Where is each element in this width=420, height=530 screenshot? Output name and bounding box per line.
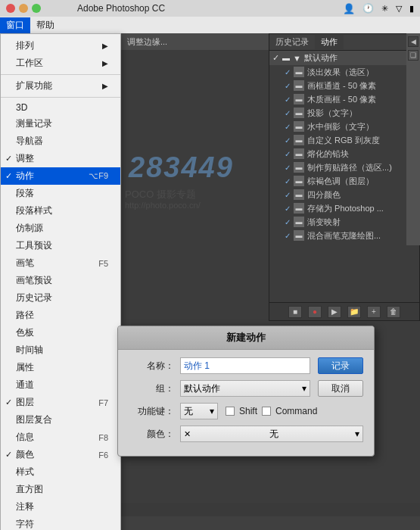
minimize-button[interactable]: [19, 4, 28, 13]
dropdown-item-注释[interactable]: 注释: [1, 498, 120, 516]
action-list-item[interactable]: ✓▬渐变映射: [269, 215, 419, 229]
action-icon: ▬: [294, 108, 304, 118]
action-list-item[interactable]: ✓▬木质画框 - 50 像素: [269, 92, 419, 106]
dropdown-item-仿制源[interactable]: 仿制源: [1, 220, 120, 237]
sidebar-btn-1[interactable]: ◀: [408, 36, 418, 47]
check-icon: ✓: [272, 53, 279, 63]
dropdown-item-段落[interactable]: 段落: [1, 185, 120, 202]
delete-button[interactable]: 🗑: [387, 306, 400, 318]
action-icon: ▬: [294, 135, 304, 145]
key-row: 功能键： 无 ▾ Shift Command: [129, 403, 363, 419]
command-checkbox[interactable]: [262, 407, 271, 416]
action-list-item[interactable]: ✓▬水中倒影（文字）: [269, 120, 419, 133]
dropdown-item-路径[interactable]: 路径: [1, 307, 120, 324]
stop-button[interactable]: ■: [288, 306, 302, 318]
menu-item-help[interactable]: 帮助: [30, 17, 61, 33]
action-list-item[interactable]: ✓▬淡出效果（选区）: [269, 65, 419, 79]
check-mark: ✓: [285, 218, 291, 226]
item-label: 样式: [16, 466, 34, 479]
action-icon: ▬: [294, 121, 304, 132]
record-button[interactable]: ●: [308, 306, 322, 318]
action-list-item[interactable]: ✓▬熔化的铅块: [269, 147, 419, 161]
bluetooth-icon: ✳: [381, 4, 388, 14]
action-list-item[interactable]: ✓▬四分颜色: [269, 188, 419, 201]
dropdown-item-段落样式[interactable]: 段落样式: [1, 202, 120, 220]
dropdown-item-颜色[interactable]: ✓颜色F6: [1, 446, 120, 463]
actions-list: ✓▬▼默认动作✓▬淡出效果（选区）✓▬画框通道 - 50 像素✓▬木质画框 - …: [269, 51, 419, 292]
panel-bottom-bar: ■ ● ▶ 📁 + 🗑: [269, 302, 419, 320]
action-group-header[interactable]: ✓▬▼默认动作: [269, 51, 419, 65]
tab-history[interactable]: 历史记录: [269, 35, 315, 49]
check-mark: ✓: [285, 136, 291, 145]
dropdown-item-色板[interactable]: 色板: [1, 324, 120, 341]
action-name: 棕褐色调（图层）: [307, 176, 374, 187]
adjust-bar: 调整边缘...: [121, 33, 269, 50]
shift-checkbox[interactable]: [226, 407, 235, 416]
group-select[interactable]: 默认动作 ▾: [180, 380, 310, 397]
close-button[interactable]: [6, 4, 15, 13]
action-icon: ▬: [294, 230, 304, 241]
new-action-dialog: 新建动作 名称： 记录 组： 默认动作 ▾ 取消 功能键： 无 ▾ Sh: [117, 326, 375, 457]
dropdown-item-扩展功能[interactable]: 扩展功能▶: [1, 77, 120, 95]
dropdown-item-时间轴[interactable]: 时间轴: [1, 341, 120, 359]
check-mark: ✓: [5, 398, 12, 407]
dropdown-item-测量记录[interactable]: 测量记录: [1, 115, 120, 132]
check-mark: ✓: [285, 82, 291, 90]
dropdown-item-画笔预设[interactable]: 画笔预设: [1, 272, 120, 289]
key-select[interactable]: 无 ▾: [180, 403, 218, 419]
shortcut: ⌥F9: [73, 171, 108, 181]
dropdown-item-属性[interactable]: 属性: [1, 359, 120, 376]
menu-item-window[interactable]: 窗口: [0, 17, 30, 33]
action-list-item[interactable]: ✓▬混合画笔克隆绘图...: [269, 229, 419, 242]
action-list-item[interactable]: ✓▬画框通道 - 50 像素: [269, 79, 419, 92]
dropdown-item-历史记录[interactable]: 历史记录: [1, 289, 120, 307]
new-set-button[interactable]: 📁: [347, 306, 361, 318]
adjust-label[interactable]: 调整边缘...: [127, 36, 167, 48]
new-action-button[interactable]: +: [367, 306, 381, 318]
tab-actions[interactable]: 动作: [315, 35, 344, 49]
dropdown-item-样式[interactable]: 样式: [1, 463, 120, 481]
color-row: 颜色： ✕ 无 ▾: [129, 426, 363, 442]
dropdown-item-画笔[interactable]: 画笔F5: [1, 254, 120, 272]
action-list-item[interactable]: ✓▬自定义 RGB 到灰度: [269, 133, 419, 147]
watermark-url: http://photo.poco.cn/: [125, 201, 201, 210]
item-label: 字符: [16, 518, 34, 530]
dropdown-item-工具预设[interactable]: 工具预设: [1, 237, 120, 254]
color-select[interactable]: ✕ 无 ▾: [180, 426, 363, 442]
dropdown-item-排列[interactable]: 排列▶: [1, 37, 120, 55]
dropdown-item-动作[interactable]: ✓动作⌥F9: [1, 167, 120, 185]
item-label: 路径: [16, 309, 34, 322]
shift-label: Shift: [239, 406, 257, 416]
record-btn[interactable]: 记录: [318, 357, 363, 374]
dropdown-menu: 排列▶工作区▶扩展功能▶3D测量记录导航器✓调整✓动作⌥F9段落段落样式仿制源工…: [0, 33, 121, 530]
dropdown-item-3D[interactable]: 3D: [1, 100, 120, 115]
action-list-item[interactable]: ✓▬投影（文字）: [269, 106, 419, 120]
dropdown-item-图层复合[interactable]: 图层复合: [1, 411, 120, 429]
dropdown-item-导航器[interactable]: 导航器: [1, 132, 120, 150]
cancel-btn[interactable]: 取消: [318, 380, 363, 397]
command-label: Command: [275, 406, 317, 416]
item-label: 颜色: [16, 448, 34, 461]
dropdown-item-通道[interactable]: 通道: [1, 376, 120, 394]
item-label: 3D: [16, 102, 27, 113]
color-label: 颜色：: [129, 428, 174, 441]
dropdown-item-工作区[interactable]: 工作区▶: [1, 55, 120, 72]
dropdown-item-信息[interactable]: 信息F8: [1, 429, 120, 446]
sidebar-btn-2[interactable]: ❑: [408, 50, 418, 61]
name-input[interactable]: [180, 357, 310, 374]
key-value: 无: [184, 405, 193, 418]
top-bar-icons: 👤 🕐 ✳ ▽ ▮: [343, 3, 414, 14]
action-name: 水中倒影（文字）: [307, 121, 374, 132]
check-mark: ✓: [285, 95, 291, 104]
dropdown-item-直方图[interactable]: 直方图: [1, 481, 120, 498]
action-list-item[interactable]: ✓▬制作剪贴路径（选区...): [269, 161, 419, 174]
play-button[interactable]: ▶: [328, 306, 341, 318]
clock-icon: 🕐: [362, 3, 374, 14]
action-list-item[interactable]: ✓▬存储为 Photoshop ...: [269, 201, 419, 215]
dropdown-item-调整[interactable]: ✓调整: [1, 150, 120, 167]
item-label: 通道: [16, 379, 34, 391]
action-list-item[interactable]: ✓▬棕褐色调（图层）: [269, 174, 419, 188]
maximize-button[interactable]: [32, 4, 41, 13]
dropdown-item-图层[interactable]: ✓图层F7: [1, 394, 120, 411]
dropdown-item-字符[interactable]: 字符: [1, 516, 120, 530]
